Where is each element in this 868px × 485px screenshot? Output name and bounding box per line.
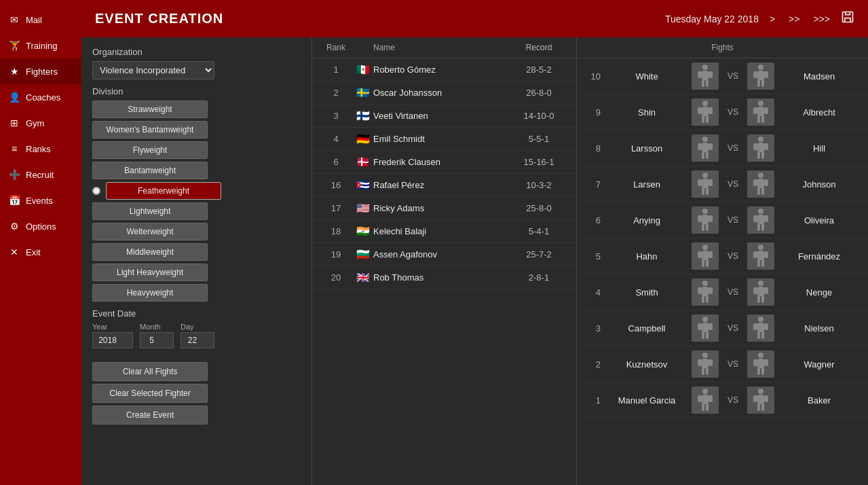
fight-row[interactable]: 7 Larsen VS xyxy=(577,166,868,202)
division-featherweight[interactable]: Featherweight xyxy=(106,182,221,200)
fighter1-avatar xyxy=(692,134,719,162)
sidebar-item-fighters[interactable]: ★ Fighters xyxy=(0,58,81,84)
fighter-row[interactable]: 19 🇧🇬 Assen Agafonov 25-7-2 xyxy=(312,243,576,266)
fighter-flag: 🇺🇸 xyxy=(353,202,373,215)
division-heavyweight[interactable]: Heavyweight xyxy=(92,284,208,302)
fighter2-avatar xyxy=(747,351,774,378)
fighter1-name: Manuel Garcia xyxy=(605,395,689,406)
svg-point-103 xyxy=(758,353,763,358)
fight-row[interactable]: 3 Campbell VS xyxy=(577,310,868,346)
events-icon: 📅 xyxy=(8,194,20,206)
fight-row[interactable]: 10 White VS xyxy=(577,58,868,94)
svg-rect-98 xyxy=(702,359,709,368)
nav-end-button[interactable]: >>> xyxy=(810,12,833,26)
fighter-flag: 🇧🇬 xyxy=(353,248,373,261)
svg-rect-108 xyxy=(757,367,760,375)
svg-rect-44 xyxy=(757,179,764,188)
sidebar-item-ranks[interactable]: ≡ Ranks xyxy=(0,136,81,162)
division-middleweight[interactable]: Middleweight xyxy=(92,243,208,261)
fight-row[interactable]: 4 Smith VS xyxy=(577,274,868,310)
fighter2-name: Fernández xyxy=(777,251,861,262)
svg-rect-120 xyxy=(757,403,760,411)
fighter1-avatar xyxy=(692,279,719,306)
vs-label: VS xyxy=(723,107,743,117)
svg-rect-11 xyxy=(761,79,764,87)
day-input[interactable] xyxy=(181,332,214,348)
year-field: Year xyxy=(92,323,133,348)
svg-point-97 xyxy=(702,353,708,358)
fighter1-name: Larsen xyxy=(605,179,689,190)
fighter2-name: Nielsen xyxy=(777,323,861,334)
division-light-heavyweight[interactable]: Light Heavyweight xyxy=(92,264,208,281)
svg-rect-14 xyxy=(702,107,709,116)
organization-select[interactable]: Violence Incorporated xyxy=(92,61,214,79)
sidebar-item-events[interactable]: 📅 Events xyxy=(0,187,81,213)
sidebar-label-training: Training xyxy=(26,41,57,51)
fights-list: 10 White VS xyxy=(577,58,868,418)
division-welterweight[interactable]: Welterweight xyxy=(92,223,208,240)
month-input[interactable] xyxy=(140,332,174,348)
sidebar-item-coaches[interactable]: 👤 Coaches xyxy=(0,84,81,110)
fighter-name: Kelechi Balaji xyxy=(373,226,508,236)
fighter-row[interactable]: 18 🇮🇳 Kelechi Balaji 5-4-1 xyxy=(312,220,576,243)
nav-skip-button[interactable]: >> xyxy=(786,12,802,26)
fighter-rank: 20 xyxy=(319,272,353,283)
fighter2-avatar xyxy=(747,170,774,198)
fighter-row[interactable]: 20 🇬🇧 Rob Thomas 2-8-1 xyxy=(312,266,576,289)
division-womens-bantamweight[interactable]: Women's Bantamweight xyxy=(92,121,208,139)
svg-rect-66 xyxy=(706,259,709,267)
sidebar: ✉ Mail 🏋 Training ★ Fighters 👤 Coaches ⊞… xyxy=(0,0,81,485)
fight-number: 2 xyxy=(584,359,601,370)
sidebar-item-training[interactable]: 🏋 Training xyxy=(0,33,81,58)
fighter-row[interactable]: 4 🇩🇪 Emil Schmidt 5-5-1 xyxy=(312,128,576,151)
fighter-name: Ricky Adams xyxy=(373,203,508,213)
fight-fighter-left: Anying xyxy=(605,206,719,234)
svg-rect-114 xyxy=(706,403,709,411)
clear-all-fights-button[interactable]: Clear All Fights xyxy=(92,362,208,381)
fight-row[interactable]: 2 Kuznetsov VS xyxy=(577,346,868,382)
fighter1-name: Anying xyxy=(605,215,689,226)
fighter-row[interactable]: 16 🇨🇺 Rafael Pérez 10-3-2 xyxy=(312,174,576,197)
svg-rect-46 xyxy=(753,179,757,186)
fighter-record: 25-7-2 xyxy=(508,249,569,259)
fight-row[interactable]: 9 Shin VS xyxy=(577,94,868,130)
fighter-row[interactable]: 2 🇸🇪 Oscar Johansson 26-8-0 xyxy=(312,82,576,105)
division-bantamweight[interactable]: Bantamweight xyxy=(92,162,208,179)
svg-rect-78 xyxy=(706,295,709,303)
flag-header xyxy=(353,43,373,52)
sidebar-item-mail[interactable]: ✉ Mail xyxy=(0,7,81,33)
fight-row[interactable]: 1 Manuel Garcia VS xyxy=(577,382,868,418)
sidebar-item-options[interactable]: ⚙ Options xyxy=(0,213,81,239)
svg-rect-6 xyxy=(706,79,709,87)
fighter2-name: Baker xyxy=(777,395,861,406)
svg-rect-105 xyxy=(764,359,768,366)
vs-label: VS xyxy=(723,323,743,333)
featherweight-radio[interactable] xyxy=(92,187,100,195)
svg-point-49 xyxy=(702,209,708,214)
division-strawweight[interactable]: Strawweight xyxy=(92,101,208,118)
create-event-button[interactable]: Create Event xyxy=(92,406,208,425)
svg-rect-29 xyxy=(702,151,704,159)
fight-row[interactable]: 6 Anying VS xyxy=(577,202,868,238)
sidebar-item-recruit[interactable]: ➕ Recruit xyxy=(0,162,81,187)
fighter-row[interactable]: 6 🇩🇰 Frederik Clausen 15-16-1 xyxy=(312,151,576,174)
division-lightweight[interactable]: Lightweight xyxy=(92,202,208,220)
save-button[interactable] xyxy=(841,10,854,27)
svg-rect-36 xyxy=(757,151,760,159)
fighter-rank: 16 xyxy=(319,180,353,190)
event-date-row: Year Month Day xyxy=(92,323,301,348)
fighter-row[interactable]: 17 🇺🇸 Ricky Adams 25-8-0 xyxy=(312,197,576,220)
division-flyweight[interactable]: Flyweight xyxy=(92,141,208,159)
sidebar-item-gym[interactable]: ⊞ Gym xyxy=(0,110,81,136)
fighter-row[interactable]: 1 🇲🇽 Roberto Gómez 28-5-2 xyxy=(312,58,576,82)
year-input[interactable] xyxy=(92,332,133,348)
fight-row[interactable]: 8 Larsson VS xyxy=(577,130,868,166)
fight-fighter-right: Fernández xyxy=(747,242,861,270)
clear-selected-fighter-button[interactable]: Clear Selected Fighter xyxy=(92,384,208,403)
sidebar-item-exit[interactable]: ✕ Exit xyxy=(0,239,81,265)
svg-rect-72 xyxy=(757,259,760,267)
fighter-row[interactable]: 3 🇫🇮 Veeti Virtanen 14-10-0 xyxy=(312,105,576,128)
svg-point-67 xyxy=(758,245,763,250)
fight-row[interactable]: 5 Hahn VS xyxy=(577,238,868,274)
nav-next-button[interactable]: > xyxy=(767,12,778,26)
